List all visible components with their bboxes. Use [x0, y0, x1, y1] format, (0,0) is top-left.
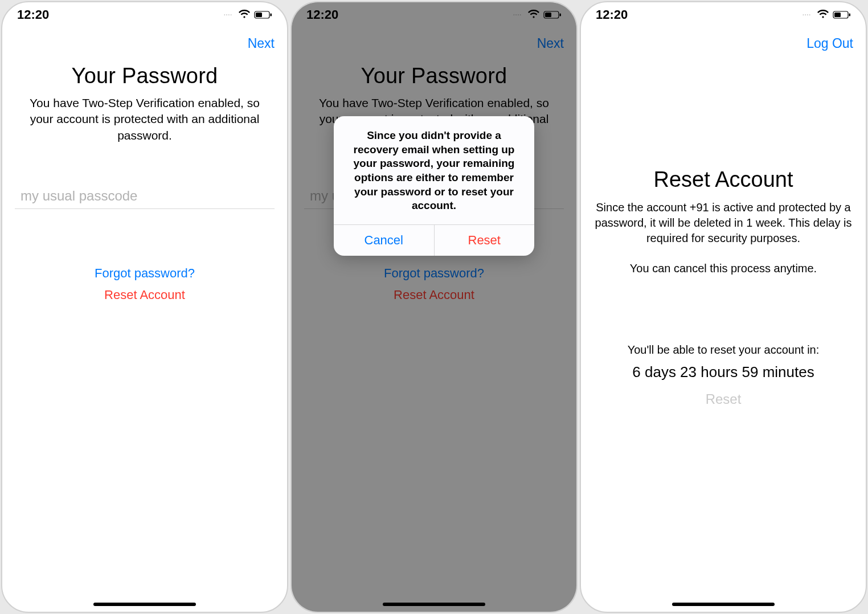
- password-input[interactable]: [21, 188, 269, 204]
- cell-dots-icon: ····: [803, 12, 811, 18]
- status-bar: 12:20 ····: [581, 2, 866, 27]
- log-out-button[interactable]: Log Out: [806, 36, 853, 51]
- phone-screen-1: 12:20 ···· Next Your Password You have T…: [1, 1, 288, 613]
- wifi-icon: [817, 7, 829, 22]
- status-bar: 12:20 ····: [2, 2, 287, 27]
- links-column: Forgot password? Reset Account: [15, 266, 275, 302]
- content-area: Reset Account Since the account +91 is a…: [581, 59, 866, 407]
- reset-button-disabled: Reset: [592, 391, 854, 407]
- alert-reset-button[interactable]: Reset: [434, 225, 535, 256]
- status-time: 12:20: [596, 7, 628, 22]
- page-description: Since the account +91 is active and prot…: [592, 200, 854, 246]
- home-indicator[interactable]: [672, 603, 775, 606]
- status-right: ····: [803, 7, 851, 22]
- password-input-row: [15, 188, 275, 209]
- alert-buttons: Cancel Reset: [334, 224, 534, 256]
- svg-rect-8: [849, 14, 851, 17]
- alert-dialog: Since you didn't provide a recovery emai…: [334, 116, 534, 256]
- page-title: Your Password: [15, 64, 275, 88]
- modal-backdrop[interactable]: [292, 2, 576, 612]
- forgot-password-link[interactable]: Forgot password?: [95, 266, 195, 281]
- page-title: Reset Account: [592, 167, 854, 192]
- page-description: You have Two-Step Verification enabled, …: [15, 95, 275, 144]
- battery-icon: [254, 7, 272, 22]
- alert-message: Since you didn't provide a recovery emai…: [334, 116, 534, 224]
- home-indicator[interactable]: [93, 603, 196, 606]
- svg-rect-2: [271, 14, 272, 17]
- status-right: ····: [224, 7, 272, 22]
- wifi-icon: [238, 7, 251, 22]
- reset-account-link[interactable]: Reset Account: [104, 288, 185, 302]
- svg-rect-1: [256, 13, 262, 17]
- status-time: 12:20: [17, 7, 49, 22]
- countdown-label: You'll be able to reset your account in:: [592, 343, 854, 357]
- countdown-block: You'll be able to reset your account in:…: [592, 343, 854, 407]
- next-button[interactable]: Next: [248, 36, 275, 51]
- nav-bar: Log Out: [581, 27, 866, 59]
- cell-dots-icon: ····: [224, 12, 232, 18]
- content-area: Your Password You have Two-Step Verifica…: [2, 59, 287, 612]
- cancel-info-text: You can cancel this process anytime.: [592, 262, 854, 275]
- svg-rect-7: [834, 13, 841, 17]
- phone-screen-3: 12:20 ···· Log Out Reset Account Since t…: [580, 1, 867, 613]
- phone-screen-2: 12:20 ···· Next Your Password You have T…: [290, 1, 578, 613]
- battery-icon: [833, 7, 851, 22]
- alert-cancel-button[interactable]: Cancel: [334, 225, 434, 256]
- countdown-value: 6 days 23 hours 59 minutes: [592, 363, 854, 381]
- nav-bar: Next: [2, 27, 287, 59]
